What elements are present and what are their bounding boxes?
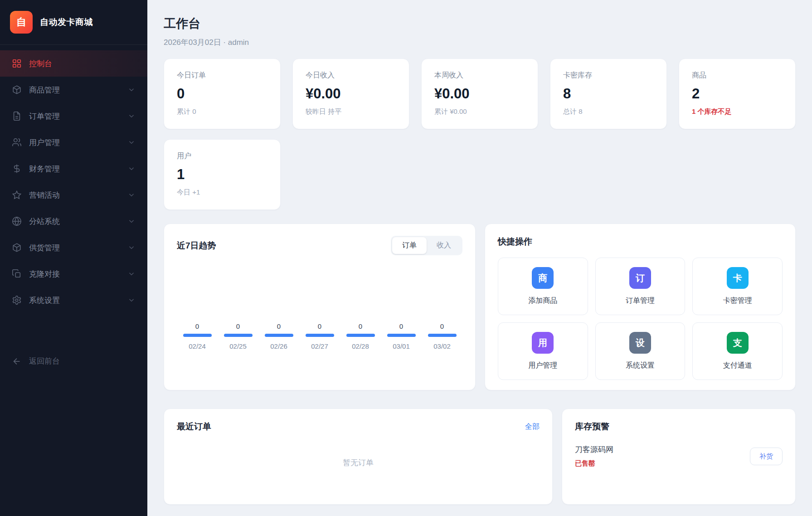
- sold-out-badge: 已售罄: [575, 459, 613, 468]
- sidebar-item-users[interactable]: 用户管理: [0, 129, 147, 156]
- stat-label: 用户: [177, 151, 267, 161]
- stat-value: 8: [563, 86, 654, 102]
- bar-date-label: 02/24: [189, 342, 206, 350]
- bar-value: 0: [359, 322, 362, 330]
- sidebar-item-dashboard[interactable]: 控制台: [0, 50, 147, 77]
- user-icon: 用: [532, 332, 554, 354]
- sidebar-item-marketing[interactable]: 营销活动: [0, 182, 147, 208]
- dollar-icon: [12, 164, 22, 174]
- users-icon: [12, 137, 22, 147]
- brand: 自 自动发卡商城: [0, 0, 147, 44]
- sidebar-item-finance[interactable]: 财务管理: [0, 156, 147, 182]
- settings-icon: 设: [629, 332, 651, 354]
- bar-value: 0: [195, 322, 199, 330]
- stat-card-users: 用户 1 今日 +1: [164, 139, 281, 210]
- bar-date-label: 02/27: [311, 342, 328, 350]
- arrow-left-icon: [12, 356, 22, 366]
- sidebar-item-label: 订单管理: [29, 111, 60, 122]
- stat-label: 今日收入: [306, 71, 396, 80]
- chevron-down-icon: [127, 112, 136, 120]
- bar: [346, 334, 375, 337]
- chevron-down-icon: [127, 270, 136, 278]
- sidebar-item-label: 用户管理: [29, 137, 60, 148]
- stat-value: 0: [177, 86, 267, 102]
- sidebar-item-label: 商品管理: [29, 85, 60, 95]
- chevron-down-icon: [127, 296, 136, 304]
- recent-orders-card: 最近订单 全部 暂无订单: [164, 409, 553, 505]
- quick-actions-grid: 商 添加商品 订 订单管理 卡 卡密管理 用 用户管理: [498, 258, 783, 380]
- bar: [224, 334, 253, 337]
- sidebar-item-products[interactable]: 商品管理: [0, 77, 147, 103]
- stock-alert-item: 刀客源码网 已售罄 补货: [575, 444, 783, 468]
- bar: [265, 334, 293, 337]
- trend-title: 近7日趋势: [177, 240, 216, 252]
- copy-icon: [12, 269, 22, 279]
- stat-sub: 今日 +1: [177, 188, 267, 197]
- quick-action-add-product[interactable]: 商 添加商品: [498, 258, 588, 315]
- restock-button[interactable]: 补货: [750, 448, 783, 465]
- chart-plot-area: [177, 255, 462, 320]
- sidebar-item-label: 供货管理: [29, 243, 60, 253]
- product-name: 刀客源码网: [575, 444, 613, 455]
- quick-action-label: 添加商品: [528, 296, 557, 306]
- back-to-frontend-link[interactable]: 返回前台: [0, 345, 147, 366]
- tab-revenue[interactable]: 收入: [427, 237, 461, 254]
- sidebar-item-substations[interactable]: 分站系统: [0, 208, 147, 234]
- stock-alert-card: 库存预警 刀客源码网 已售罄 补货: [562, 409, 796, 505]
- sidebar-item-orders[interactable]: 订单管理: [0, 103, 147, 129]
- bottom-row: 最近订单 全部 暂无订单 库存预警 刀客源码网 已售罄 补货: [164, 409, 796, 505]
- chevron-down-icon: [127, 191, 136, 199]
- stat-sub: 累计 0: [177, 107, 267, 116]
- back-label: 返回前台: [29, 356, 60, 366]
- quick-action-label: 系统设置: [626, 361, 655, 370]
- product-icon: 商: [532, 267, 554, 289]
- quick-action-label: 卡密管理: [723, 296, 752, 306]
- bar-date-label: 02/26: [270, 342, 287, 350]
- quick-action-payment[interactable]: 支 支付通道: [692, 322, 783, 380]
- quick-action-label: 支付通道: [723, 361, 752, 370]
- sidebar-item-label: 财务管理: [29, 164, 60, 174]
- sidebar-item-settings[interactable]: 系统设置: [0, 287, 147, 313]
- stat-sub: 累计 ¥0.00: [434, 107, 525, 116]
- quick-action-settings[interactable]: 设 系统设置: [595, 322, 686, 380]
- globe-icon: [12, 216, 22, 226]
- sidebar-divider: [0, 44, 147, 45]
- bar-date-label: 03/01: [393, 342, 410, 350]
- chevron-down-icon: [127, 243, 136, 252]
- sidebar-item-label: 控制台: [29, 58, 52, 69]
- brand-logo-icon: 自: [10, 11, 33, 34]
- order-icon: 订: [629, 267, 651, 289]
- bar: [183, 334, 212, 337]
- quick-action-users[interactable]: 用 用户管理: [498, 322, 588, 380]
- quick-action-label: 订单管理: [626, 296, 655, 306]
- stat-value: 2: [692, 86, 783, 102]
- sidebar-item-clone[interactable]: 克隆对接: [0, 261, 147, 287]
- chevron-down-icon: [127, 86, 136, 94]
- bar-date-label: 03/02: [433, 342, 451, 350]
- brand-title: 自动发卡商城: [40, 16, 93, 28]
- bar: [387, 334, 416, 337]
- recent-orders-title: 最近订单: [177, 421, 211, 433]
- stat-card-week-revenue: 本周收入 ¥0.00 累计 ¥0.00: [421, 58, 538, 129]
- quick-action-orders[interactable]: 订 订单管理: [595, 258, 686, 315]
- sidebar-item-label: 系统设置: [29, 295, 60, 306]
- quick-action-label: 用户管理: [528, 361, 557, 370]
- bar-value: 0: [440, 322, 444, 330]
- stat-card-today-revenue: 今日收入 ¥0.00 较昨日 持平: [292, 58, 409, 129]
- page-title: 工作台: [164, 15, 796, 32]
- tab-orders[interactable]: 订单: [392, 237, 427, 254]
- stat-label: 卡密库存: [563, 71, 654, 80]
- bar-column: 0 02/25: [218, 322, 258, 350]
- sidebar-item-label: 分站系统: [29, 216, 60, 227]
- page-subtitle: 2026年03月02日 · admin: [164, 37, 796, 48]
- quick-action-cards[interactable]: 卡 卡密管理: [692, 258, 783, 315]
- stat-card-card-stock: 卡密库存 8 总计 8: [550, 58, 667, 129]
- bar: [306, 334, 334, 337]
- sidebar-item-supply[interactable]: 供货管理: [0, 234, 147, 261]
- bar-column: 0 02/28: [340, 322, 381, 350]
- main-content: 工作台 2026年03月02日 · admin 今日订单 0 累计 0 今日收入…: [147, 0, 812, 516]
- star-icon: [12, 190, 22, 200]
- view-all-link[interactable]: 全部: [525, 422, 540, 432]
- bar-value: 0: [318, 322, 321, 330]
- sidebar-item-label: 克隆对接: [29, 269, 60, 279]
